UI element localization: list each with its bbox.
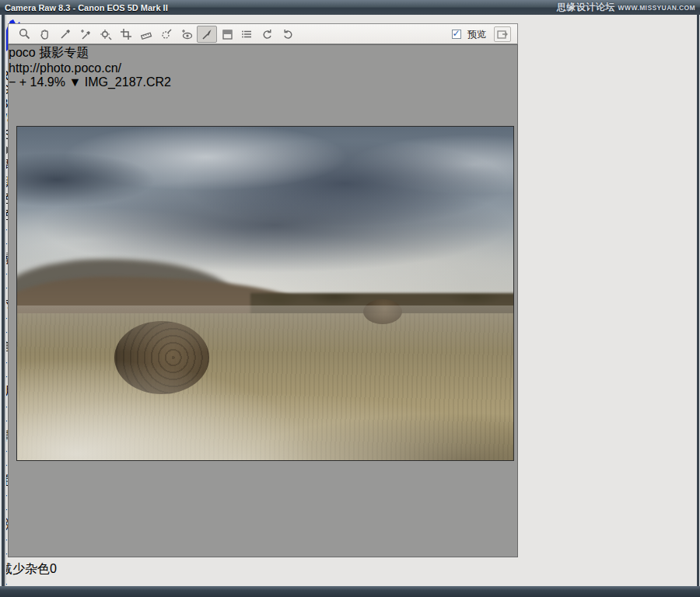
forum-watermark: 思缘设计论坛 WWW.MISSYUAN.COM (557, 1, 695, 14)
resize-grip-icon[interactable] (690, 588, 698, 595)
zoom-level-select[interactable]: 14.9% (30, 75, 65, 89)
hand-tool-icon[interactable] (35, 26, 55, 43)
zoom-tool-icon[interactable] (15, 26, 35, 43)
targeted-adjustment-tool-icon[interactable] (96, 26, 116, 43)
toolbar: 预览 (8, 23, 518, 44)
window-title: Camera Raw 8.3 - Canon EOS 5D Mark II (5, 3, 168, 12)
zoom-out-button[interactable]: − (9, 75, 16, 89)
camera-raw-window: Camera Raw 8.3 - Canon EOS 5D Mark II 思缘… (0, 0, 700, 597)
preview-canvas: poco 摄影专题 http://photo.poco.cn/ − + 14.9… (8, 44, 518, 557)
photo-fog (17, 305, 513, 461)
adjustment-brush-tool-icon[interactable] (197, 26, 217, 43)
window-frame-right (697, 15, 700, 586)
straighten-tool-icon[interactable] (136, 26, 156, 43)
slider-value-field[interactable]: 0 (50, 562, 57, 575)
photo-preview[interactable] (16, 126, 514, 461)
rotate-right-icon[interactable] (278, 26, 298, 43)
slider-main: 减少杂色0 (0, 561, 700, 578)
fullscreen-toggle-icon[interactable] (494, 26, 511, 42)
zoom-in-button[interactable]: + (19, 75, 26, 89)
preview-toggle[interactable]: 预览 (452, 26, 486, 41)
window-frame-left (0, 15, 6, 586)
preferences-icon[interactable] (237, 26, 257, 43)
poco-watermark: poco 摄影专题 http://photo.poco.cn/ (9, 45, 517, 75)
graduated-filter-tool-icon[interactable] (217, 26, 237, 43)
red-eye-tool-icon[interactable] (177, 26, 197, 43)
canvas-status-strip: − + 14.9% ▼ IMG_2187.CR2 (9, 75, 517, 89)
window-bottom-frame (0, 586, 700, 597)
spot-removal-tool-icon[interactable] (156, 26, 177, 43)
color-sampler-tool-icon[interactable] (75, 26, 96, 43)
slider-label-line: 减少杂色0 (0, 561, 700, 578)
zoom-level-dropdown-icon[interactable]: ▼ (68, 75, 81, 89)
preview-checkbox[interactable] (452, 30, 461, 39)
titlebar: Camera Raw 8.3 - Canon EOS 5D Mark II 思缘… (0, 0, 700, 15)
preview-label: 预览 (467, 29, 486, 40)
slider-label: 减少杂色 (0, 562, 50, 575)
white-balance-tool-icon[interactable] (55, 26, 75, 43)
rotate-left-icon[interactable] (257, 26, 278, 43)
crop-tool-icon[interactable] (116, 26, 136, 43)
filename-label: IMG_2187.CR2 (85, 75, 171, 89)
